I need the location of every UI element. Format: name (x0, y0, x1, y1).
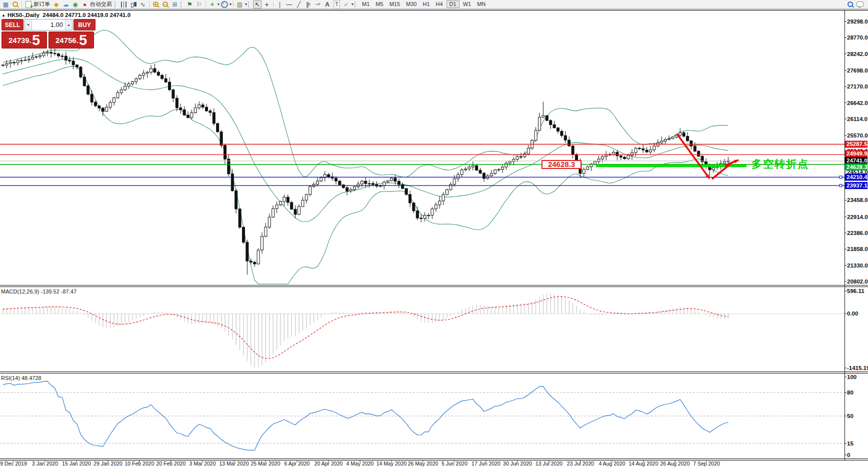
periods-dropdown-icon[interactable]: ▾ (230, 2, 232, 6)
templates-icon[interactable]: ▨ (236, 0, 244, 8)
price-axis: 29298.028770.028242.027698.027170.026642… (844, 18, 868, 458)
svg-text:26 Aug 2020: 26 Aug 2020 (660, 460, 690, 466)
svg-text:22386.0: 22386.0 (847, 230, 868, 236)
svg-text:596.11: 596.11 (847, 288, 864, 294)
community-icon[interactable]: ☁ (62, 0, 70, 8)
svg-text:20 Apr 2020: 20 Apr 2020 (314, 460, 343, 466)
search-icon[interactable] (846, 0, 854, 8)
svg-text:26 May 2020: 26 May 2020 (408, 460, 438, 466)
periods-icon[interactable] (220, 0, 228, 8)
buy-button[interactable]: BUY (74, 19, 96, 30)
new-chart-dropdown-icon[interactable]: ▾ (218, 2, 220, 6)
svg-text:24210.4: 24210.4 (846, 174, 868, 180)
line-chart-icon[interactable]: ∿ (138, 0, 147, 8)
price-tag-25287.5: 25287.5 (845, 140, 868, 148)
new-order-label[interactable]: 新订单 (34, 0, 50, 8)
oneclick-collapse-icon[interactable]: ▲ (2, 13, 6, 18)
svg-text:24628.3: 24628.3 (846, 164, 868, 170)
rsi-label: RSI(14) 48.4728 (1, 375, 42, 381)
svg-text:6 Apr 2020: 6 Apr 2020 (284, 460, 310, 466)
bar-chart-icon[interactable] (120, 0, 128, 8)
crosshair-tool-icon[interactable]: + (262, 0, 271, 8)
svg-text:23 Jul 2020: 23 Jul 2020 (567, 460, 594, 466)
timeframe-button-W1[interactable]: W1 (460, 0, 474, 8)
chat-icon[interactable] (856, 0, 864, 8)
timeframe-button-H4[interactable]: H4 (434, 0, 446, 8)
timeframe-button-M15[interactable]: M15 (387, 0, 402, 8)
lot-decrease-button[interactable]: ▼ (25, 20, 32, 30)
timeframe-button-D1[interactable]: D1 (446, 0, 460, 8)
text-tool-icon[interactable]: A (323, 0, 332, 8)
svg-text:14 May 2020: 14 May 2020 (376, 460, 407, 466)
svg-text:22914.0: 22914.0 (847, 214, 868, 220)
level-lines-layer[interactable] (0, 144, 844, 186)
market-watch-icon[interactable] (11, 0, 20, 8)
svg-text:13 Jul 2020: 13 Jul 2020 (536, 460, 562, 466)
timeframe-button-M1[interactable]: M1 (360, 0, 372, 8)
arrows-dropdown-icon[interactable]: ▾ (352, 2, 354, 6)
svg-text:13 Mar 2020: 13 Mar 2020 (220, 460, 249, 466)
timeframe-button-M5[interactable]: M5 (373, 0, 386, 8)
svg-text:17 Jun 2020: 17 Jun 2020 (472, 460, 500, 466)
date-axis: 9 Dec 20193 Jan 202015 Jan 202029 Jan 20… (0, 460, 720, 466)
svg-text:80: 80 (847, 390, 854, 396)
tile-windows-icon[interactable]: ⊞ (170, 0, 179, 8)
svg-text:100: 100 (847, 374, 856, 380)
svg-text:20 Feb 2020: 20 Feb 2020 (156, 460, 186, 466)
svg-text:27170.0: 27170.0 (847, 84, 868, 90)
templates-dropdown-icon[interactable]: ▾ (245, 2, 247, 6)
price-tag-23937.1: 23937.1 (845, 182, 868, 189)
signals-icon[interactable]: ◉ (71, 0, 80, 8)
svg-text:15: 15 (847, 440, 854, 446)
vertical-line-tool-icon[interactable]: | (276, 0, 284, 8)
sell-price-tile[interactable]: 24739.5 (2, 32, 47, 48)
svg-text:25287.5: 25287.5 (846, 141, 868, 147)
horizontal-line-tool-icon[interactable]: — (285, 0, 294, 8)
chart-canvas[interactable]: 29298.028770.028242.027698.027170.026642… (0, 0, 868, 468)
sell-button[interactable]: SELL (2, 19, 24, 30)
turning-point-annotation[interactable]: 多空转折点 (752, 157, 809, 171)
price-annotation-box[interactable]: 24628.3 (542, 160, 582, 169)
zoom-out-icon[interactable]: − (161, 0, 170, 8)
line-handle[interactable] (840, 176, 842, 178)
timeframe-button-M30[interactable]: M30 (404, 0, 419, 8)
buy-price-main: 24756. (56, 33, 78, 48)
lot-size-value[interactable]: 1.00 (32, 20, 65, 30)
timeframe-button-MN[interactable]: MN (474, 0, 488, 8)
buy-price-tile[interactable]: 24756.5 (48, 32, 94, 48)
svg-text:15 Jan 2020: 15 Jan 2020 (62, 460, 91, 466)
bollinger-middle-line (3, 58, 728, 222)
indicator-list-icon[interactable]: ⚐ (195, 0, 204, 8)
svg-text:26114.0: 26114.0 (847, 116, 868, 122)
fibonacci-tool-icon[interactable]: ┄F (314, 0, 322, 8)
line-handle[interactable] (840, 184, 842, 187)
indicators-icon[interactable]: ⚑ (186, 0, 194, 8)
candlestick-chart-icon[interactable] (129, 0, 138, 8)
cursor-tool-icon[interactable]: ↖ (253, 0, 262, 8)
new-chart-icon[interactable]: + (208, 0, 216, 8)
autotrading-icon[interactable]: ● (80, 0, 89, 8)
buy-price-pip: 5 (79, 32, 87, 48)
svg-text:0: 0 (847, 452, 850, 458)
trendline-tool-icon[interactable]: ╱ (294, 0, 303, 8)
text-label-tool-icon[interactable]: T (332, 0, 341, 8)
svg-text:3 Jan 2020: 3 Jan 2020 (32, 460, 58, 466)
svg-text:3 Mar 2020: 3 Mar 2020 (189, 460, 216, 466)
svg-text:24949.9: 24949.9 (846, 150, 868, 156)
svg-text:25 Mar 2020: 25 Mar 2020 (251, 460, 280, 466)
arrows-tool-icon[interactable]: ✓ (342, 0, 350, 8)
macd-label: MACD(12,26,9) -139.52 -87.47 (1, 288, 76, 294)
chart-window-icon[interactable]: ▦ (2, 0, 10, 8)
new-order-icon[interactable] (24, 0, 32, 8)
lot-increase-button[interactable]: ▲ (65, 20, 72, 30)
mql5-wizard-icon[interactable]: ◆ (52, 0, 60, 8)
svg-text:20802.0: 20802.0 (847, 278, 868, 284)
zoom-in-icon[interactable]: + (152, 0, 160, 8)
rsi-line (3, 381, 728, 450)
autotrading-label[interactable]: 自动交易 (90, 0, 112, 8)
svg-text:21858.0: 21858.0 (847, 246, 868, 252)
svg-text:5 Jun 2020: 5 Jun 2020 (442, 460, 468, 466)
timeframe-button-H1[interactable]: H1 (420, 0, 432, 8)
sell-price-main: 24739. (8, 33, 32, 48)
channel-tool-icon[interactable]: ∥E (304, 0, 312, 8)
